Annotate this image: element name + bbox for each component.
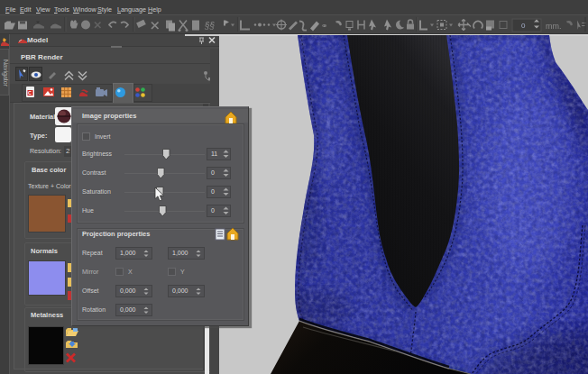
svg-text:§§: §§ bbox=[204, 21, 216, 31]
svg-text:C: C bbox=[28, 90, 32, 96]
svg-text:0: 0 bbox=[521, 22, 526, 30]
svg-text:mm.: mm. bbox=[546, 22, 562, 31]
svg-text:⚭: ⚭ bbox=[321, 22, 328, 31]
